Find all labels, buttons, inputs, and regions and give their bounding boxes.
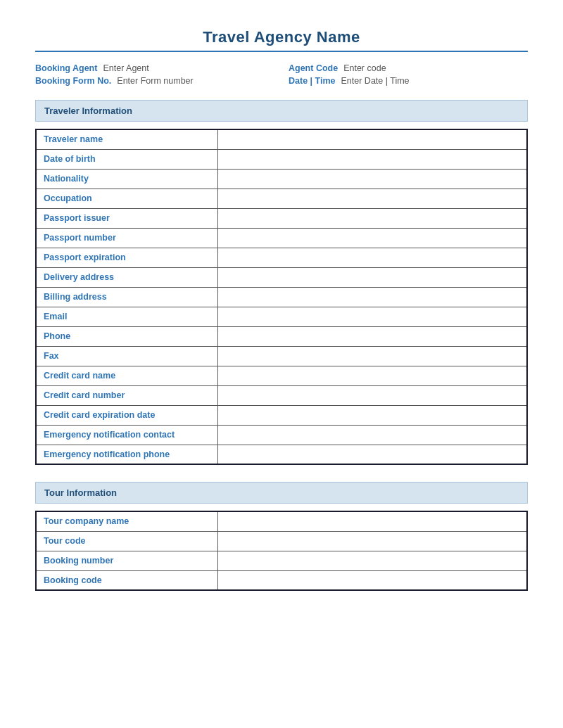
traveler-field-value[interactable] (217, 208, 527, 228)
tour-section-title: Tour Information (44, 487, 117, 498)
traveler-table-row: Credit card name (36, 366, 527, 385)
traveler-field-value[interactable] (217, 267, 527, 287)
traveler-table-row: Passport issuer (36, 208, 527, 228)
booking-agent-value: Enter Agent (103, 63, 148, 73)
traveler-table-row: Passport number (36, 228, 527, 248)
tour-table-row: Booking code (36, 570, 527, 590)
traveler-field-value[interactable] (217, 287, 527, 307)
traveler-table-row: Traveler name (36, 129, 527, 149)
tour-field-label: Tour code (36, 531, 217, 551)
traveler-section: Traveler Information Traveler name Date … (35, 100, 528, 465)
traveler-field-value[interactable] (217, 346, 527, 366)
traveler-field-value[interactable] (217, 169, 527, 189)
booking-agent-label: Booking Agent (35, 63, 97, 73)
traveler-table-row: Email (36, 307, 527, 326)
booking-form-row: Booking Form No. Enter Form number (35, 76, 274, 86)
agent-code-label: Agent Code (289, 63, 338, 73)
traveler-field-value[interactable] (217, 405, 527, 425)
traveler-section-header: Traveler Information (35, 100, 528, 122)
booking-form-label: Booking Form No. (35, 76, 111, 86)
page-title: Travel Agency Name (35, 28, 528, 46)
date-time-value: Enter Date | Time (341, 76, 410, 86)
traveler-table-row: Emergency notification contact (36, 425, 527, 445)
title-divider (35, 51, 528, 52)
tour-table-row: Tour company name (36, 511, 527, 531)
traveler-field-value[interactable] (217, 228, 527, 248)
traveler-field-value[interactable] (217, 445, 527, 464)
traveler-field-label: Occupation (36, 189, 217, 208)
traveler-field-value[interactable] (217, 149, 527, 169)
traveler-table-row: Emergency notification phone (36, 445, 527, 464)
tour-field-value[interactable] (217, 570, 527, 590)
traveler-field-label: Billing address (36, 287, 217, 307)
traveler-field-label: Phone (36, 326, 217, 346)
traveler-field-value[interactable] (217, 366, 527, 385)
traveler-section-title: Traveler Information (44, 106, 132, 116)
traveler-table-row: Phone (36, 326, 527, 346)
agent-code-row: Agent Code Enter code (289, 63, 528, 73)
traveler-field-label: Credit card number (36, 385, 217, 405)
traveler-field-label: Emergency notification phone (36, 445, 217, 464)
traveler-field-label: Date of birth (36, 149, 217, 169)
tour-section: Tour Information Tour company name Tour … (35, 482, 528, 591)
traveler-field-label: Passport number (36, 228, 217, 248)
date-time-label: Date | Time (289, 76, 336, 86)
traveler-table-row: Credit card expiration date (36, 405, 527, 425)
traveler-field-label: Credit card expiration date (36, 405, 217, 425)
tour-field-value[interactable] (217, 531, 527, 551)
traveler-table-row: Billing address (36, 287, 527, 307)
header-info: Booking Agent Enter Agent Agent Code Ent… (35, 63, 528, 86)
traveler-table: Traveler name Date of birth Nationality … (35, 129, 528, 465)
tour-field-label: Booking number (36, 551, 217, 570)
traveler-field-label: Fax (36, 346, 217, 366)
tour-field-value[interactable] (217, 551, 527, 570)
traveler-field-value[interactable] (217, 189, 527, 208)
traveler-table-row: Occupation (36, 189, 527, 208)
traveler-field-label: Delivery address (36, 267, 217, 287)
date-time-row: Date | Time Enter Date | Time (289, 76, 528, 86)
traveler-table-row: Nationality (36, 169, 527, 189)
tour-table-row: Tour code (36, 531, 527, 551)
tour-field-label: Booking code (36, 570, 217, 590)
agent-code-value: Enter code (343, 63, 386, 73)
traveler-table-row: Credit card number (36, 385, 527, 405)
traveler-field-label: Traveler name (36, 129, 217, 149)
traveler-field-value[interactable] (217, 326, 527, 346)
traveler-field-label: Emergency notification contact (36, 425, 217, 445)
traveler-table-row: Passport expiration (36, 248, 527, 267)
traveler-field-value[interactable] (217, 385, 527, 405)
traveler-field-label: Passport issuer (36, 208, 217, 228)
traveler-field-value[interactable] (217, 248, 527, 267)
traveler-table-row: Date of birth (36, 149, 527, 169)
traveler-field-value[interactable] (217, 307, 527, 326)
traveler-field-value[interactable] (217, 425, 527, 445)
traveler-table-row: Fax (36, 346, 527, 366)
traveler-table-row: Delivery address (36, 267, 527, 287)
traveler-field-label: Passport expiration (36, 248, 217, 267)
tour-table-row: Booking number (36, 551, 527, 570)
traveler-field-value[interactable] (217, 129, 527, 149)
tour-table: Tour company name Tour code Booking numb… (35, 511, 528, 591)
traveler-field-label: Credit card name (36, 366, 217, 385)
tour-section-header: Tour Information (35, 482, 528, 504)
tour-field-value[interactable] (217, 511, 527, 531)
traveler-field-label: Nationality (36, 169, 217, 189)
tour-field-label: Tour company name (36, 511, 217, 531)
booking-form-value: Enter Form number (117, 76, 193, 86)
booking-agent-row: Booking Agent Enter Agent (35, 63, 274, 73)
traveler-field-label: Email (36, 307, 217, 326)
